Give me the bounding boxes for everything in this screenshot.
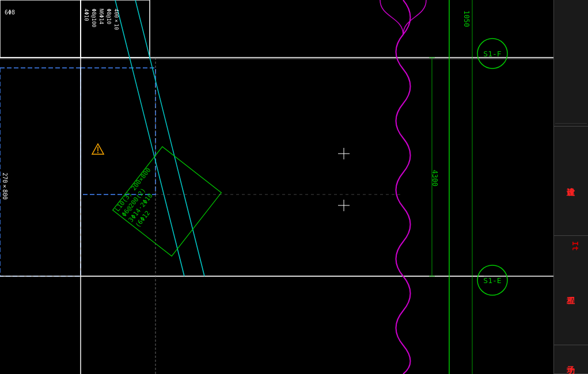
svg-text:1050: 1050 <box>462 10 471 27</box>
panel-label-gongcheng: 工程 <box>566 286 576 295</box>
it-label: It <box>562 232 588 259</box>
svg-text:4300: 4300 <box>431 170 439 186</box>
svg-text:N6Φ14: N6Φ14 <box>98 9 104 24</box>
right-panel: 建设 工程 子功 <box>553 0 588 374</box>
svg-text:S1-F: S1-F <box>483 49 501 58</box>
svg-text:S1-E: S1-E <box>483 276 501 285</box>
panel-section-jianshi: 建设 <box>554 127 588 236</box>
svg-text:400×10: 400×10 <box>113 9 119 30</box>
panel-section-zigong: 子功 <box>554 345 588 374</box>
svg-text:4Φ10: 4Φ10 <box>84 9 89 21</box>
cad-drawing: L10(3) 200×800 Φ6@200(2) 3Φ14·2Φ10 (6Φ12… <box>0 0 553 374</box>
panel-section-top <box>554 0 588 127</box>
svg-text:Φ8@100: Φ8@100 <box>91 9 97 28</box>
svg-text:6Φ8: 6Φ8 <box>5 9 15 16</box>
svg-text:270×800: 270×800 <box>2 173 8 200</box>
svg-point-35 <box>97 152 98 153</box>
cad-canvas: L10(3) 200×800 Φ6@200(2) 3Φ14·2Φ10 (6Φ12… <box>0 0 588 374</box>
panel-label-zigong: 子功 <box>566 355 576 364</box>
svg-rect-0 <box>0 0 553 374</box>
svg-text:Φ8@10: Φ8@10 <box>106 9 112 24</box>
panel-label-jianshe: 建设 <box>566 177 576 186</box>
